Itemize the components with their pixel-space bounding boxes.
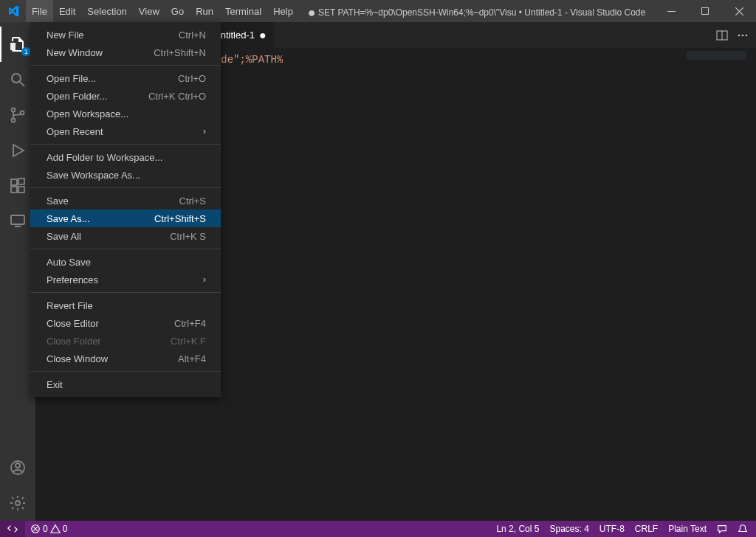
menu-save-workspace-as[interactable]: Save Workspace As...	[30, 166, 221, 184]
menu-separator	[30, 187, 221, 188]
menu-open-file[interactable]: Open File... Ctrl+O	[30, 69, 221, 87]
menu-new-window[interactable]: New Window Ctrl+Shift+N	[30, 44, 221, 61]
svg-point-15	[16, 501, 20, 505]
menu-revert-file[interactable]: Revert File	[30, 297, 221, 314]
menu-terminal[interactable]: Terminal	[219, 0, 267, 22]
menu-separator	[30, 144, 221, 145]
menu-close-window[interactable]: Close Window Alt+F4	[30, 350, 221, 367]
menu-go[interactable]: Go	[165, 0, 190, 22]
file-menu-dropdown: New File Ctrl+N New Window Ctrl+Shift+N …	[30, 22, 221, 397]
menu-bar: File Edit Selection View Go Run Terminal…	[26, 0, 299, 22]
vscode-logo	[0, 0, 26, 22]
more-actions-icon[interactable]	[737, 30, 749, 41]
menu-separator	[30, 292, 221, 293]
svg-rect-1	[701, 7, 708, 14]
status-notifications-icon[interactable]	[732, 521, 753, 537]
menu-save[interactable]: Save Ctrl+S	[30, 192, 221, 209]
window-controls	[654, 0, 756, 22]
split-editor-icon[interactable]	[716, 30, 728, 41]
svg-rect-12	[15, 226, 21, 227]
svg-line-3	[20, 82, 24, 86]
remote-indicator[interactable]	[0, 521, 25, 537]
minimap[interactable]	[687, 51, 746, 60]
status-language-mode[interactable]: Plain Text	[663, 521, 712, 537]
menu-open-recent[interactable]: Open Recent ›	[30, 122, 221, 140]
menu-edit[interactable]: Edit	[53, 0, 81, 22]
chevron-right-icon: ›	[203, 126, 206, 136]
svg-point-4	[12, 108, 16, 112]
modified-dot-icon: ●	[259, 32, 267, 39]
accounts-icon[interactable]	[0, 450, 35, 485]
svg-point-6	[21, 111, 24, 115]
status-feedback-icon[interactable]	[712, 521, 732, 537]
menu-auto-save[interactable]: Auto Save	[30, 253, 221, 271]
svg-point-14	[16, 463, 20, 468]
close-button[interactable]	[722, 0, 756, 22]
menu-exit[interactable]: Exit	[30, 375, 221, 393]
menu-close-editor[interactable]: Close Editor Ctrl+F4	[30, 314, 221, 332]
svg-point-20	[746, 34, 748, 36]
menu-open-folder[interactable]: Open Folder... Ctrl+K Ctrl+O	[30, 87, 221, 105]
menu-add-folder-workspace[interactable]: Add Folder to Workspace...	[30, 148, 221, 166]
window-title-text: SET PATH=%~dp0\OpenSSH-Win64;%~dp0\"Visu…	[318, 7, 645, 18]
svg-point-19	[742, 34, 744, 36]
status-indentation[interactable]: Spaces: 4	[544, 521, 594, 537]
status-ln-col[interactable]: Ln 2, Col 5	[491, 521, 544, 537]
window-title: ● SET PATH=%~dp0\OpenSSH-Win64;%~dp0\"Vi…	[299, 4, 654, 19]
menu-new-file[interactable]: New File Ctrl+N	[30, 26, 221, 44]
svg-point-5	[12, 119, 16, 122]
svg-point-2	[12, 74, 21, 83]
menu-file[interactable]: File	[26, 0, 53, 22]
menu-view[interactable]: View	[133, 0, 165, 22]
settings-gear-icon[interactable]	[0, 485, 35, 521]
menu-run[interactable]: Run	[190, 0, 219, 22]
menu-open-workspace[interactable]: Open Workspace...	[30, 105, 221, 122]
svg-rect-0	[667, 11, 676, 12]
menu-separator	[30, 249, 221, 249]
menu-preferences[interactable]: Preferences ›	[30, 271, 221, 288]
svg-point-18	[738, 34, 740, 36]
status-problems[interactable]: 0 0	[25, 521, 72, 537]
menu-save-all[interactable]: Save All Ctrl+K S	[30, 227, 221, 245]
menu-help[interactable]: Help	[267, 0, 299, 22]
status-bar: 0 0 Ln 2, Col 5 Spaces: 4 UTF-8 CRLF Pla…	[0, 521, 756, 537]
menu-save-as[interactable]: Save As... Ctrl+Shift+S	[30, 209, 221, 227]
chevron-right-icon: ›	[203, 274, 206, 285]
maximize-button[interactable]	[688, 0, 722, 22]
status-eol[interactable]: CRLF	[630, 521, 663, 537]
svg-rect-7	[11, 179, 17, 185]
status-encoding[interactable]: UTF-8	[594, 521, 630, 537]
title-bar: File Edit Selection View Go Run Terminal…	[0, 0, 756, 22]
svg-rect-10	[18, 179, 24, 184]
menu-separator	[30, 65, 221, 66]
menu-close-folder: Close Folder Ctrl+K F	[30, 332, 221, 350]
svg-rect-9	[18, 187, 24, 193]
svg-rect-11	[11, 215, 24, 224]
menu-separator	[30, 371, 221, 372]
svg-rect-8	[11, 187, 17, 193]
menu-selection[interactable]: Selection	[81, 0, 132, 22]
minimize-button[interactable]	[654, 0, 688, 22]
